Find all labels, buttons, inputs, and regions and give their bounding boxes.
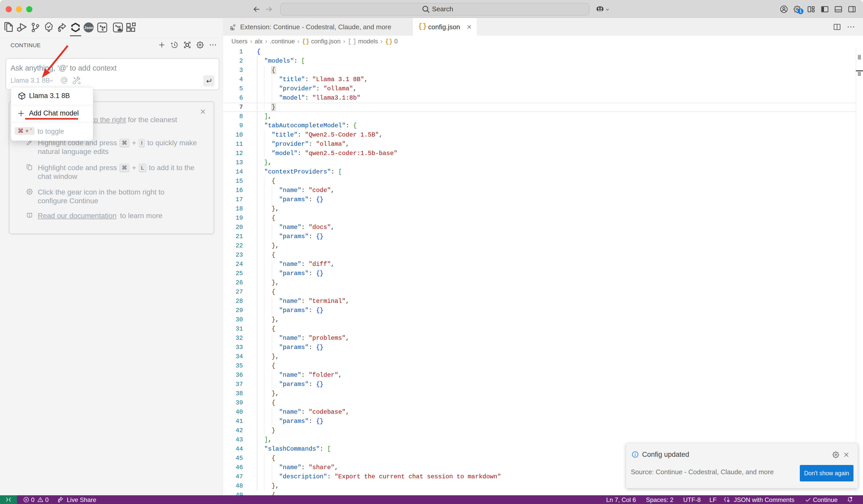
svg-text:Json: Json (84, 25, 93, 30)
